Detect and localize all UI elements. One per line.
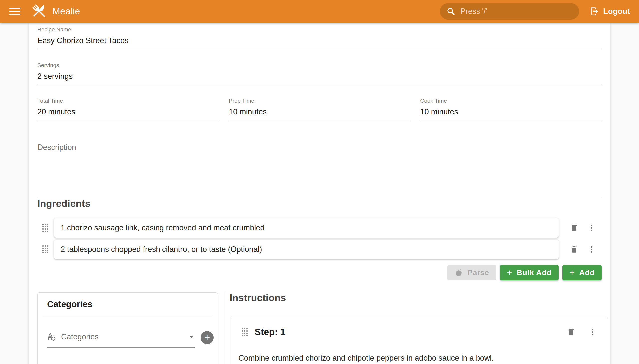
ingredient-list: 1 chorizo sausage link, casing removed a… <box>38 218 601 259</box>
add-category-button[interactable] <box>201 331 214 344</box>
drag-handle-icon[interactable] <box>43 224 48 232</box>
instructions-column: Instructions Step: 1 <box>225 292 601 364</box>
app-bar: Mealie Logout <box>0 0 639 23</box>
cook-time-label: Cook Time <box>420 98 601 104</box>
parse-button[interactable]: Parse <box>447 265 496 280</box>
logout-button[interactable]: Logout <box>590 7 630 16</box>
drag-handle-icon[interactable] <box>242 328 248 336</box>
recipe-editor-sheet: Recipe Name Easy Chorizo Street Tacos Se… <box>29 23 610 364</box>
bulk-add-button[interactable]: Bulk Add <box>500 265 559 280</box>
description-label: Description <box>38 143 76 152</box>
lower-section: Categories Categories <box>38 292 601 364</box>
kebab-menu-icon <box>587 245 596 254</box>
prep-time-label: Prep Time <box>229 98 410 104</box>
categories-column: Categories Categories <box>38 292 218 364</box>
ingredient-menu-button[interactable] <box>587 244 596 254</box>
step-card: Step: 1 Combine crum <box>230 317 608 364</box>
categories-card: Categories Categories <box>38 292 218 364</box>
logout-icon <box>590 7 599 16</box>
mealie-logo-icon <box>31 2 48 20</box>
step-text-input[interactable]: Combine crumbled chorizo and chipotle pe… <box>238 353 599 363</box>
servings-label: Servings <box>38 62 601 68</box>
step-title: Step: 1 <box>255 327 285 337</box>
categories-card-title: Categories <box>38 293 218 309</box>
plus-icon <box>507 268 517 278</box>
parse-label: Parse <box>467 268 489 277</box>
trash-icon <box>570 224 578 232</box>
shapes-icon <box>47 332 56 341</box>
total-time-input[interactable]: 20 minutes <box>38 108 219 116</box>
categories-select[interactable]: Categories <box>47 332 195 348</box>
ingredient-text: 1 chorizo sausage link, casing removed a… <box>61 224 265 232</box>
search-input[interactable] <box>460 7 573 16</box>
servings-input[interactable]: 2 servings <box>38 72 601 81</box>
step-menu-button[interactable] <box>588 327 597 337</box>
chevron-down-icon <box>188 333 195 340</box>
app-root: Mealie Logout Recipe Name Easy Chorizo S… <box>0 0 639 364</box>
drag-handle-icon[interactable] <box>43 245 48 253</box>
ingredient-actions: Parse Bulk Add Add <box>38 265 601 280</box>
categories-divider <box>42 316 213 316</box>
recipe-name-input[interactable]: Easy Chorizo Street Tacos <box>38 36 601 45</box>
prep-time-field: Prep Time 10 minutes <box>229 98 410 120</box>
total-time-field: Total Time 20 minutes <box>38 98 219 120</box>
times-row: Total Time 20 minutes Prep Time 10 minut… <box>38 98 601 120</box>
plus-icon <box>569 268 579 278</box>
trash-icon <box>570 245 578 254</box>
description-field[interactable]: Description <box>38 143 601 198</box>
trash-icon <box>567 328 575 336</box>
search-bar[interactable] <box>440 3 579 20</box>
ingredient-menu-button[interactable] <box>587 223 596 233</box>
ingredients-heading: Ingredients <box>38 198 601 209</box>
categories-select-row: Categories <box>47 332 218 348</box>
kebab-menu-icon <box>588 328 597 336</box>
ingredient-row: 1 chorizo sausage link, casing removed a… <box>38 218 601 238</box>
search-icon <box>446 7 455 16</box>
instructions-heading: Instructions <box>230 292 601 304</box>
recipe-name-label: Recipe Name <box>38 26 601 33</box>
app-title: Mealie <box>52 6 80 17</box>
kebab-menu-icon <box>587 224 596 232</box>
menu-button[interactable] <box>10 8 21 15</box>
delete-step-button[interactable] <box>566 327 576 337</box>
delete-ingredient-button[interactable] <box>569 244 579 254</box>
add-ingredient-button[interactable]: Add <box>562 265 601 280</box>
step-header: Step: 1 <box>238 327 599 337</box>
ingredient-text: 2 tablespoons chopped fresh cilantro, or… <box>61 245 262 254</box>
add-label: Add <box>579 268 594 277</box>
ingredient-input[interactable]: 2 tablespoons chopped fresh cilantro, or… <box>54 240 559 259</box>
cook-time-input[interactable]: 10 minutes <box>420 108 601 116</box>
logout-label: Logout <box>603 7 630 16</box>
prep-time-input[interactable]: 10 minutes <box>229 108 410 116</box>
cook-time-field: Cook Time 10 minutes <box>420 98 601 120</box>
recipe-name-field: Recipe Name Easy Chorizo Street Tacos <box>38 26 601 49</box>
bulk-add-label: Bulk Add <box>517 268 552 277</box>
categories-select-label: Categories <box>61 332 99 341</box>
ingredient-row: 2 tablespoons chopped fresh cilantro, or… <box>38 240 601 259</box>
servings-field: Servings 2 servings <box>38 62 601 85</box>
total-time-label: Total Time <box>38 98 219 104</box>
ingredient-input[interactable]: 1 chorizo sausage link, casing removed a… <box>54 218 559 238</box>
apple-icon <box>454 268 463 277</box>
delete-ingredient-button[interactable] <box>569 223 579 233</box>
